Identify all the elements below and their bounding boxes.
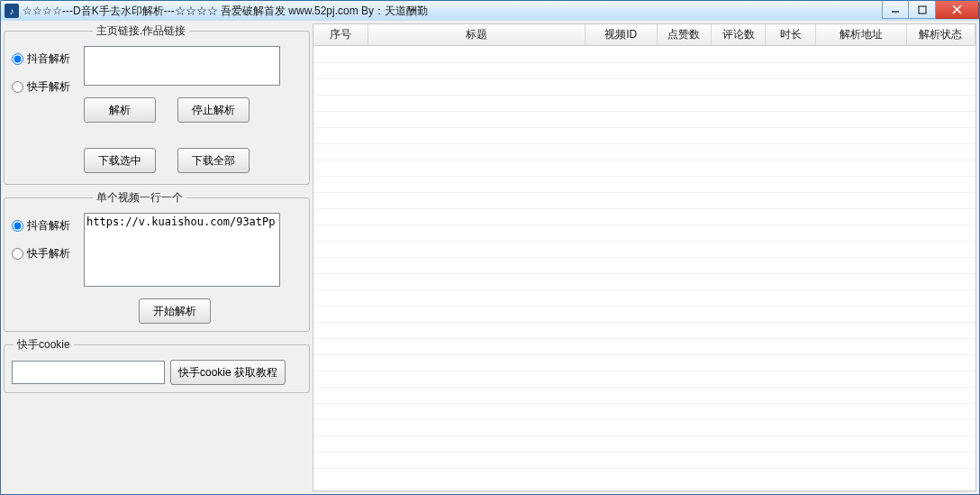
table-row[interactable]: [313, 225, 975, 241]
radio-label: 快手解析: [27, 246, 70, 261]
left-panel: 主页链接.作品链接 抖音解析 快手解析 解析 停止解析: [4, 23, 310, 491]
group-kuaishou-cookie: 快手cookie 快手cookie 获取教程: [4, 337, 310, 393]
column-header[interactable]: 序号: [313, 24, 368, 46]
table-row[interactable]: [313, 387, 975, 403]
results-table-panel: 序号标题视频ID点赞数评论数时长解析地址解析状态: [313, 23, 976, 491]
window-title: ☆☆☆☆---D音K手去水印解析---☆☆☆☆ 吾爱破解首发 www.52pj.…: [23, 4, 428, 19]
table-row[interactable]: [313, 176, 975, 192]
table-row[interactable]: [313, 46, 975, 62]
column-header[interactable]: 解析状态: [906, 24, 975, 46]
table-row[interactable]: [313, 419, 975, 435]
table-row[interactable]: [313, 403, 975, 419]
parse-button[interactable]: 解析: [84, 97, 156, 123]
table-row[interactable]: [313, 306, 975, 322]
single-video-input[interactable]: [84, 213, 280, 287]
table-row[interactable]: [313, 208, 975, 225]
homepage-link-input[interactable]: [84, 46, 280, 86]
close-button[interactable]: [936, 1, 979, 19]
maximize-button[interactable]: [909, 1, 936, 19]
radio-douyin-2-input[interactable]: [12, 220, 23, 232]
column-header[interactable]: 视频ID: [585, 24, 657, 46]
radio-kuaishou-1-input[interactable]: [12, 81, 23, 93]
radio-douyin-1[interactable]: 抖音解析: [12, 51, 70, 67]
column-header[interactable]: 解析地址: [816, 24, 906, 46]
radio-label: 抖音解析: [27, 51, 70, 67]
table-row[interactable]: [313, 62, 975, 78]
table-row[interactable]: [313, 435, 975, 452]
table-row[interactable]: [313, 111, 975, 127]
title-bar: ♪ ☆☆☆☆---D音K手去水印解析---☆☆☆☆ 吾爱破解首发 www.52p…: [1, 1, 979, 21]
table-row[interactable]: [313, 127, 975, 143]
cookie-tutorial-button[interactable]: 快手cookie 获取教程: [170, 360, 286, 385]
table-row[interactable]: [313, 143, 975, 160]
group-single-video: 单个视频一行一个 抖音解析 快手解析 开始解析: [4, 190, 310, 332]
table-row[interactable]: [313, 338, 975, 354]
table-row[interactable]: [313, 257, 975, 273]
table-row[interactable]: [313, 371, 975, 387]
close-icon: [952, 5, 962, 14]
stop-parse-button[interactable]: 停止解析: [177, 97, 250, 123]
radio-kuaishou-2-input[interactable]: [12, 248, 23, 260]
radio-douyin-1-input[interactable]: [12, 53, 23, 65]
table-row[interactable]: [313, 95, 975, 111]
start-parse-button[interactable]: 开始解析: [139, 298, 211, 324]
minimize-button[interactable]: [882, 1, 909, 19]
group-legend: 快手cookie: [14, 337, 74, 353]
radio-label: 快手解析: [27, 79, 70, 95]
radio-kuaishou-1[interactable]: 快手解析: [12, 79, 70, 95]
table-row[interactable]: [313, 452, 975, 468]
results-table[interactable]: 序号标题视频ID点赞数评论数时长解析地址解析状态: [313, 24, 975, 46]
minimize-icon: [891, 5, 900, 14]
table-row[interactable]: [313, 78, 975, 95]
group-homepage-link: 主页链接.作品链接 抖音解析 快手解析 解析 停止解析: [4, 23, 310, 185]
table-row[interactable]: [313, 354, 975, 371]
window-controls: [882, 1, 979, 19]
radio-label: 抖音解析: [27, 218, 70, 234]
table-row[interactable]: [313, 273, 975, 289]
svg-rect-1: [919, 6, 926, 14]
radio-douyin-2[interactable]: 抖音解析: [12, 218, 70, 234]
client-area: 主页链接.作品链接 抖音解析 快手解析 解析 停止解析: [1, 21, 979, 494]
column-header[interactable]: 点赞数: [657, 24, 711, 46]
maximize-icon: [918, 5, 927, 14]
column-header[interactable]: 时长: [766, 24, 816, 46]
cookie-input[interactable]: [12, 361, 165, 384]
table-row[interactable]: [313, 160, 975, 176]
table-row[interactable]: [313, 192, 975, 208]
group-legend: 主页链接.作品链接: [93, 23, 189, 39]
table-row[interactable]: [313, 241, 975, 257]
table-row[interactable]: [313, 289, 975, 306]
download-all-button[interactable]: 下载全部: [177, 148, 250, 173]
download-selected-button[interactable]: 下载选中: [84, 148, 156, 173]
table-row[interactable]: [313, 322, 975, 338]
source-radio-group-2: 抖音解析 快手解析: [12, 218, 70, 261]
app-icon: ♪: [5, 4, 19, 18]
radio-kuaishou-2[interactable]: 快手解析: [12, 246, 70, 261]
column-header[interactable]: 标题: [368, 24, 585, 46]
group-legend: 单个视频一行一个: [93, 190, 186, 206]
results-table-body[interactable]: [313, 46, 975, 492]
source-radio-group-1: 抖音解析 快手解析: [12, 51, 70, 95]
app-window: ♪ ☆☆☆☆---D音K手去水印解析---☆☆☆☆ 吾爱破解首发 www.52p…: [0, 0, 980, 495]
column-header[interactable]: 评论数: [711, 24, 765, 46]
